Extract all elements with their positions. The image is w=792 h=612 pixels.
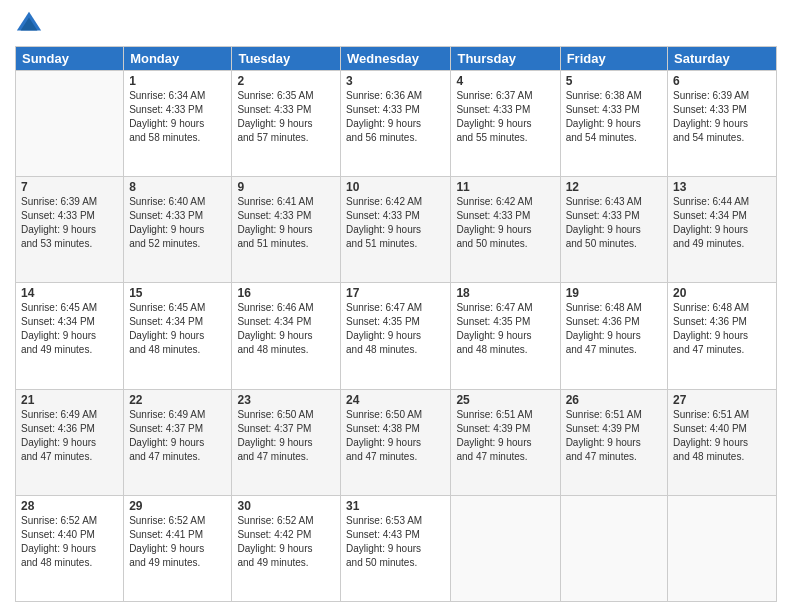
calendar-cell: 30Sunrise: 6:52 AMSunset: 4:42 PMDayligh… (232, 495, 341, 601)
day-info: Sunrise: 6:50 AMSunset: 4:37 PMDaylight:… (237, 408, 335, 464)
day-info-line: and 47 minutes. (346, 450, 445, 464)
header (15, 10, 777, 38)
day-info-line: Daylight: 9 hours (346, 436, 445, 450)
day-info-line: and 50 minutes. (346, 556, 445, 570)
day-info-line: and 52 minutes. (129, 237, 226, 251)
day-number: 16 (237, 286, 335, 300)
day-info-line: Sunrise: 6:35 AM (237, 89, 335, 103)
day-info-line: Sunset: 4:40 PM (673, 422, 771, 436)
day-info-line: Daylight: 9 hours (129, 329, 226, 343)
day-info-line: Sunrise: 6:43 AM (566, 195, 662, 209)
day-info-line: Sunrise: 6:46 AM (237, 301, 335, 315)
calendar-cell: 20Sunrise: 6:48 AMSunset: 4:36 PMDayligh… (668, 283, 777, 389)
day-info-line: Sunset: 4:34 PM (129, 315, 226, 329)
day-info-line: Sunset: 4:33 PM (456, 209, 554, 223)
day-info-line: Sunset: 4:33 PM (237, 103, 335, 117)
day-info: Sunrise: 6:44 AMSunset: 4:34 PMDaylight:… (673, 195, 771, 251)
day-number: 19 (566, 286, 662, 300)
day-info-line: and 47 minutes. (566, 343, 662, 357)
day-info-line: and 56 minutes. (346, 131, 445, 145)
day-info-line: Sunrise: 6:49 AM (129, 408, 226, 422)
day-info-line: Daylight: 9 hours (237, 542, 335, 556)
day-info-line: Sunset: 4:39 PM (566, 422, 662, 436)
day-info: Sunrise: 6:53 AMSunset: 4:43 PMDaylight:… (346, 514, 445, 570)
calendar-cell: 4Sunrise: 6:37 AMSunset: 4:33 PMDaylight… (451, 71, 560, 177)
day-number: 28 (21, 499, 118, 513)
day-info-line: Sunset: 4:33 PM (456, 103, 554, 117)
calendar-cell: 7Sunrise: 6:39 AMSunset: 4:33 PMDaylight… (16, 177, 124, 283)
day-info-line: Sunset: 4:37 PM (129, 422, 226, 436)
day-info: Sunrise: 6:40 AMSunset: 4:33 PMDaylight:… (129, 195, 226, 251)
day-info-line: Sunrise: 6:45 AM (129, 301, 226, 315)
day-info: Sunrise: 6:49 AMSunset: 4:36 PMDaylight:… (21, 408, 118, 464)
day-info-line: Sunrise: 6:42 AM (456, 195, 554, 209)
day-info-line: Sunset: 4:34 PM (673, 209, 771, 223)
calendar-header-row: SundayMondayTuesdayWednesdayThursdayFrid… (16, 47, 777, 71)
day-info: Sunrise: 6:42 AMSunset: 4:33 PMDaylight:… (346, 195, 445, 251)
day-info-line: Daylight: 9 hours (21, 329, 118, 343)
calendar-cell: 10Sunrise: 6:42 AMSunset: 4:33 PMDayligh… (341, 177, 451, 283)
day-number: 24 (346, 393, 445, 407)
calendar-cell (560, 495, 667, 601)
day-info-line: and 49 minutes. (129, 556, 226, 570)
calendar-cell: 17Sunrise: 6:47 AMSunset: 4:35 PMDayligh… (341, 283, 451, 389)
day-info-line: Daylight: 9 hours (21, 542, 118, 556)
day-info-line: Sunset: 4:39 PM (456, 422, 554, 436)
calendar-cell: 31Sunrise: 6:53 AMSunset: 4:43 PMDayligh… (341, 495, 451, 601)
day-info-line: Sunset: 4:33 PM (673, 103, 771, 117)
day-info-line: Sunrise: 6:39 AM (673, 89, 771, 103)
calendar-cell: 28Sunrise: 6:52 AMSunset: 4:40 PMDayligh… (16, 495, 124, 601)
day-number: 9 (237, 180, 335, 194)
day-number: 8 (129, 180, 226, 194)
calendar-cell: 25Sunrise: 6:51 AMSunset: 4:39 PMDayligh… (451, 389, 560, 495)
day-info-line: Daylight: 9 hours (673, 223, 771, 237)
day-info-line: Daylight: 9 hours (566, 329, 662, 343)
calendar-cell: 11Sunrise: 6:42 AMSunset: 4:33 PMDayligh… (451, 177, 560, 283)
day-info: Sunrise: 6:38 AMSunset: 4:33 PMDaylight:… (566, 89, 662, 145)
day-info-line: Daylight: 9 hours (129, 223, 226, 237)
day-info-line: Daylight: 9 hours (566, 436, 662, 450)
day-info: Sunrise: 6:42 AMSunset: 4:33 PMDaylight:… (456, 195, 554, 251)
day-info-line: and 47 minutes. (456, 450, 554, 464)
day-number: 17 (346, 286, 445, 300)
day-info-line: Sunset: 4:42 PM (237, 528, 335, 542)
day-number: 3 (346, 74, 445, 88)
day-info-line: Sunrise: 6:37 AM (456, 89, 554, 103)
day-info-line: Daylight: 9 hours (566, 117, 662, 131)
day-info-line: and 50 minutes. (566, 237, 662, 251)
day-info-line: Daylight: 9 hours (673, 329, 771, 343)
day-number: 22 (129, 393, 226, 407)
day-header-wednesday: Wednesday (341, 47, 451, 71)
day-info-line: Sunset: 4:33 PM (346, 103, 445, 117)
day-info-line: Sunset: 4:33 PM (129, 103, 226, 117)
day-info-line: Sunrise: 6:45 AM (21, 301, 118, 315)
day-info-line: Daylight: 9 hours (129, 542, 226, 556)
day-number: 18 (456, 286, 554, 300)
day-info-line: Daylight: 9 hours (456, 436, 554, 450)
logo-icon (15, 10, 43, 38)
day-info: Sunrise: 6:51 AMSunset: 4:39 PMDaylight:… (566, 408, 662, 464)
day-info-line: and 51 minutes. (237, 237, 335, 251)
day-info: Sunrise: 6:47 AMSunset: 4:35 PMDaylight:… (346, 301, 445, 357)
day-info-line: Daylight: 9 hours (566, 223, 662, 237)
day-info: Sunrise: 6:48 AMSunset: 4:36 PMDaylight:… (566, 301, 662, 357)
day-number: 31 (346, 499, 445, 513)
day-info-line: and 48 minutes. (456, 343, 554, 357)
day-header-friday: Friday (560, 47, 667, 71)
day-info: Sunrise: 6:39 AMSunset: 4:33 PMDaylight:… (21, 195, 118, 251)
day-info: Sunrise: 6:39 AMSunset: 4:33 PMDaylight:… (673, 89, 771, 145)
day-info-line: and 48 minutes. (673, 450, 771, 464)
calendar-cell: 22Sunrise: 6:49 AMSunset: 4:37 PMDayligh… (124, 389, 232, 495)
day-number: 10 (346, 180, 445, 194)
day-info-line: Daylight: 9 hours (237, 117, 335, 131)
day-header-thursday: Thursday (451, 47, 560, 71)
day-info-line: Sunrise: 6:44 AM (673, 195, 771, 209)
day-info-line: Daylight: 9 hours (346, 117, 445, 131)
day-info-line: and 49 minutes. (21, 343, 118, 357)
day-info-line: Sunset: 4:36 PM (673, 315, 771, 329)
day-info-line: Sunset: 4:43 PM (346, 528, 445, 542)
day-info-line: Daylight: 9 hours (456, 329, 554, 343)
day-info-line: Sunrise: 6:34 AM (129, 89, 226, 103)
day-info: Sunrise: 6:51 AMSunset: 4:40 PMDaylight:… (673, 408, 771, 464)
day-number: 29 (129, 499, 226, 513)
